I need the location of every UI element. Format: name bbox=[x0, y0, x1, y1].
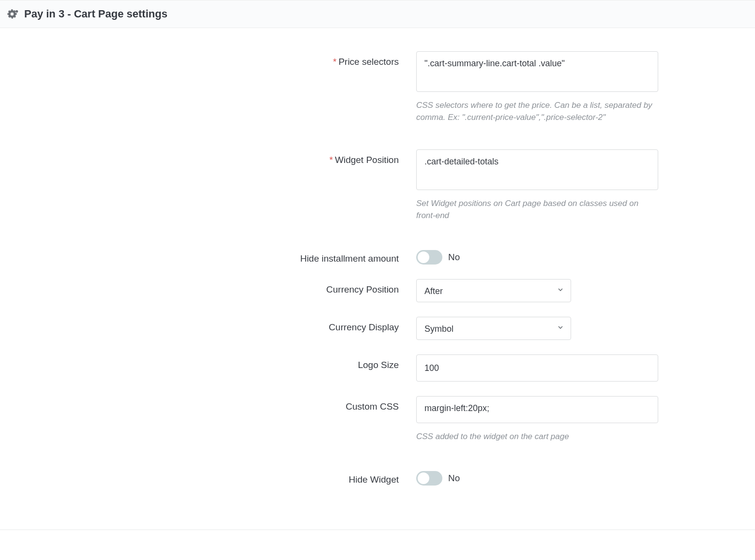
hide-installment-toggle[interactable] bbox=[416, 250, 442, 265]
label-currency-position: Currency Position bbox=[0, 279, 416, 296]
label-text: Widget Position bbox=[335, 155, 399, 165]
field-logo-size bbox=[416, 354, 658, 382]
toggle-state-text: No bbox=[448, 252, 460, 263]
row-widget-position: *Widget Position .cart-detailed-totals S… bbox=[0, 149, 755, 221]
label-price-selectors: *Price selectors bbox=[0, 51, 416, 68]
required-star-icon: * bbox=[333, 57, 336, 67]
field-hide-installment: No bbox=[416, 248, 658, 265]
panel-heading: Pay in 3 - Cart Page settings bbox=[0, 0, 755, 28]
help-price-selectors: CSS selectors where to get the price. Ca… bbox=[416, 100, 658, 123]
panel-title: Pay in 3 - Cart Page settings bbox=[24, 8, 167, 20]
price-selectors-input[interactable]: ".cart-summary-line.cart-total .value" bbox=[416, 51, 658, 92]
label-custom-css: Custom CSS bbox=[0, 396, 416, 413]
field-custom-css: margin-left:20px; CSS added to the widge… bbox=[416, 396, 658, 443]
label-logo-size: Logo Size bbox=[0, 354, 416, 371]
help-custom-css: CSS added to the widget on the cart page bbox=[416, 431, 658, 443]
widget-position-input[interactable]: .cart-detailed-totals bbox=[416, 149, 658, 190]
help-widget-position: Set Widget positions on Cart page based … bbox=[416, 198, 658, 221]
toggle-state-text: No bbox=[448, 473, 460, 484]
settings-form: *Price selectors ".cart-summary-line.car… bbox=[0, 28, 755, 530]
row-hide-installment: Hide installment amount No bbox=[0, 248, 755, 265]
settings-panel: Pay in 3 - Cart Page settings *Price sel… bbox=[0, 0, 755, 530]
currency-position-select[interactable]: After bbox=[416, 279, 571, 302]
label-widget-position: *Widget Position bbox=[0, 149, 416, 166]
logo-size-input[interactable] bbox=[416, 354, 658, 382]
label-hide-installment: Hide installment amount bbox=[0, 248, 416, 265]
row-logo-size: Logo Size bbox=[0, 354, 755, 382]
custom-css-input[interactable]: margin-left:20px; bbox=[416, 396, 658, 423]
field-hide-widget: No bbox=[416, 469, 658, 486]
label-hide-widget: Hide Widget bbox=[0, 469, 416, 486]
gear-icon bbox=[6, 7, 19, 21]
label-text: Price selectors bbox=[338, 57, 399, 67]
currency-display-select[interactable]: Symbol bbox=[416, 317, 571, 340]
field-currency-position: After bbox=[416, 279, 658, 302]
svg-point-0 bbox=[15, 10, 18, 13]
label-currency-display: Currency Display bbox=[0, 317, 416, 334]
field-price-selectors: ".cart-summary-line.cart-total .value" C… bbox=[416, 51, 658, 123]
hide-widget-toggle[interactable] bbox=[416, 471, 442, 486]
row-hide-widget: Hide Widget No bbox=[0, 469, 755, 486]
row-currency-display: Currency Display Symbol bbox=[0, 317, 755, 340]
row-currency-position: Currency Position After bbox=[0, 279, 755, 302]
field-currency-display: Symbol bbox=[416, 317, 658, 340]
row-price-selectors: *Price selectors ".cart-summary-line.car… bbox=[0, 51, 755, 123]
required-star-icon: * bbox=[330, 155, 333, 165]
field-widget-position: .cart-detailed-totals Set Widget positio… bbox=[416, 149, 658, 221]
row-custom-css: Custom CSS margin-left:20px; CSS added t… bbox=[0, 396, 755, 443]
